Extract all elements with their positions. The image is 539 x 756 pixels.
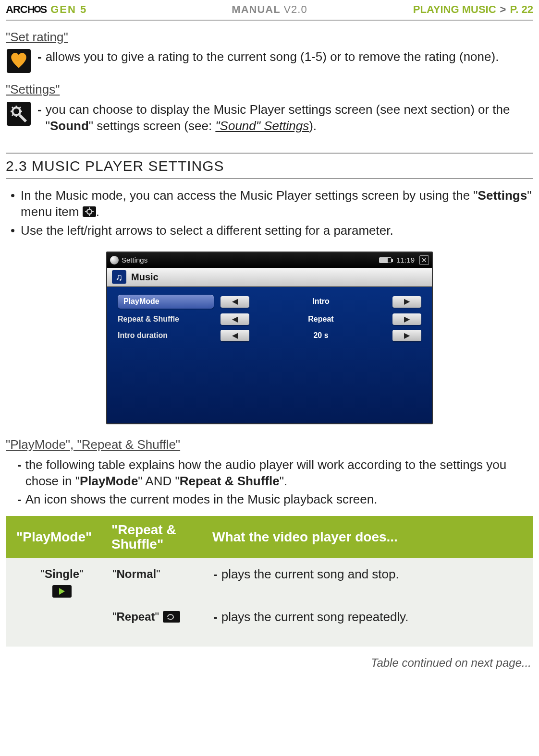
manual-label: MANUAL bbox=[232, 3, 280, 15]
ss-setting-name: Repeat & Shuffle bbox=[118, 314, 214, 324]
playmode-desc-2: - An icon shows the current modes in the… bbox=[17, 492, 533, 508]
settings-text: you can choose to display the Music Play… bbox=[46, 102, 533, 134]
settings-desc: - you can choose to display the Music Pl… bbox=[37, 102, 533, 134]
close-icon[interactable]: ✕ bbox=[419, 255, 429, 265]
ss-setting-value: 20 s bbox=[256, 331, 386, 341]
arrow-right-icon[interactable]: ▶ bbox=[392, 296, 421, 308]
playmode-heading: "PlayMode", "Repeat & Shuffle" bbox=[6, 437, 533, 453]
settings-heading: "Settings" bbox=[6, 82, 533, 98]
header-left: ARCHS GEN 5 bbox=[6, 3, 87, 17]
ss-panel-header: ♫ Music bbox=[107, 268, 432, 287]
th-playmode: "PlayMode" bbox=[11, 528, 111, 546]
ss-setting-name: PlayMode bbox=[118, 295, 214, 309]
section-2-3-bullets: • In the Music mode, you can access the … bbox=[6, 188, 533, 239]
svg-point-0 bbox=[12, 108, 20, 115]
ss-setting-row: PlayMode◀Intro▶ bbox=[118, 295, 421, 309]
ss-setting-value: Intro bbox=[256, 297, 386, 307]
svg-line-5 bbox=[12, 107, 13, 108]
arrow-left-icon[interactable]: ◀ bbox=[220, 313, 249, 325]
music-note-icon: ♫ bbox=[112, 270, 126, 284]
dash-bullet: - bbox=[37, 102, 42, 134]
arrow-left-icon[interactable]: ◀ bbox=[220, 296, 249, 308]
th-description: What the video player does... bbox=[212, 528, 528, 546]
table-header: "PlayMode" "Repeat & Shuffle" What the v… bbox=[6, 516, 533, 558]
ss-topbar: Settings 11:19 ✕ bbox=[107, 252, 432, 268]
section-2-3-title: 2.3 MUSIC PLAYER SETTINGS bbox=[6, 153, 533, 179]
set-rating-desc: - allows you to give a rating to the cur… bbox=[37, 49, 533, 65]
th-repeat-shuffle: "Repeat & Shuffle" bbox=[111, 523, 212, 551]
arrow-left-icon[interactable]: ◀ bbox=[220, 330, 249, 341]
dash-bullet: - bbox=[37, 49, 42, 65]
svg-line-7 bbox=[12, 114, 13, 116]
table-row: "Repeat"-plays the current song repeated… bbox=[12, 609, 527, 625]
manual-version: V2.0 bbox=[283, 3, 307, 15]
ss-setting-value: Repeat bbox=[256, 314, 386, 324]
svg-line-8 bbox=[19, 107, 21, 108]
bullet-item: • In the Music mode, you can access the … bbox=[11, 188, 533, 220]
header-right: PLAYING MUSIC > P. 22 bbox=[413, 3, 533, 17]
device-screenshot: Settings 11:19 ✕ ♫ Music PlayMode◀Intro▶… bbox=[106, 252, 433, 424]
arrow-right-icon[interactable]: ▶ bbox=[392, 313, 421, 325]
play-single-icon bbox=[52, 585, 72, 598]
breadcrumb-separator: > bbox=[500, 3, 506, 17]
section-name: PLAYING MUSIC bbox=[413, 3, 496, 17]
set-rating-row: - allows you to give a rating to the cur… bbox=[6, 49, 533, 73]
gear-icon bbox=[110, 256, 119, 264]
heart-icon bbox=[7, 49, 31, 73]
svg-point-9 bbox=[87, 209, 92, 214]
ss-body: PlayMode◀Intro▶Repeat & Shuffle◀Repeat▶I… bbox=[107, 287, 432, 354]
table-continued-note: Table continued on next page... bbox=[6, 655, 533, 670]
table-body: "Single""Normal"-plays the current song … bbox=[6, 558, 533, 647]
ss-setting-row: Intro duration◀20 s▶ bbox=[118, 330, 421, 341]
gear-wrench-icon bbox=[7, 102, 31, 126]
product-gen: GEN 5 bbox=[50, 3, 87, 17]
table-row: "Single""Normal"-plays the current song … bbox=[12, 566, 527, 598]
ss-panel-title: Music bbox=[131, 271, 159, 283]
set-rating-heading: "Set rating" bbox=[6, 29, 533, 46]
arrow-right-icon[interactable]: ▶ bbox=[392, 330, 421, 341]
repeat-icon bbox=[163, 611, 180, 623]
playmode-table: "PlayMode" "Repeat & Shuffle" What the v… bbox=[6, 516, 533, 647]
brand-logo: ARCHS bbox=[6, 3, 47, 17]
sound-settings-link[interactable]: "Sound" Settings bbox=[215, 119, 309, 133]
settings-row: - you can choose to display the Music Pl… bbox=[6, 102, 533, 134]
ss-setting-name: Intro duration bbox=[118, 331, 214, 341]
ss-time: 11:19 bbox=[396, 255, 415, 265]
bullet-item: • Use the left/right arrows to select a … bbox=[11, 223, 533, 239]
playmode-desc-1: - the following table explains how the a… bbox=[17, 457, 533, 490]
ss-topbar-label: Settings bbox=[122, 255, 147, 265]
ss-setting-row: Repeat & Shuffle◀Repeat▶ bbox=[118, 313, 421, 325]
page-header: ARCHS GEN 5 MANUAL V2.0 PLAYING MUSIC > … bbox=[6, 0, 533, 21]
cell-playmode: "Single" bbox=[12, 566, 112, 598]
cell-description: -plays the current song and stop. bbox=[213, 566, 527, 583]
set-rating-text: allows you to give a rating to the curre… bbox=[46, 49, 499, 65]
page-number: P. 22 bbox=[510, 3, 533, 17]
header-center: MANUAL V2.0 bbox=[232, 3, 307, 17]
cell-repeat-shuffle: "Repeat" bbox=[112, 609, 213, 624]
battery-icon bbox=[379, 257, 392, 263]
gear-icon bbox=[83, 206, 96, 217]
cell-description: -plays the current song repeatedly. bbox=[213, 609, 527, 625]
cell-repeat-shuffle: "Normal" bbox=[112, 566, 213, 581]
